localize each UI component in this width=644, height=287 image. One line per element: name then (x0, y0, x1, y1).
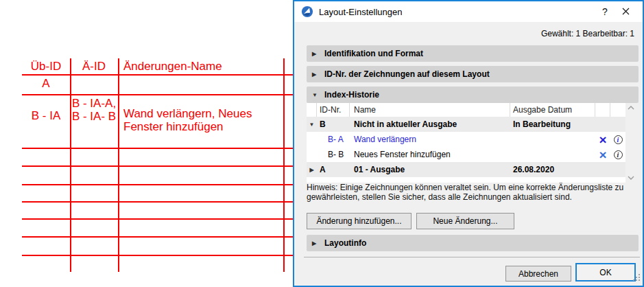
row-id: B- A (317, 135, 350, 144)
grid-line (22, 184, 293, 185)
row-name: Nicht in aktueller Ausgabe (350, 119, 510, 129)
close-icon[interactable] (615, 6, 636, 17)
resize-grip[interactable] (633, 274, 641, 284)
grid-line (22, 236, 293, 238)
grid-line (22, 201, 293, 203)
chevron-right-icon: ▶ (312, 71, 318, 78)
chevron-down-icon: ▼ (312, 92, 318, 98)
scroll-up-icon (628, 106, 634, 110)
table-row-index-a[interactable]: ▶ A 01 - Ausgabe 26.08.2020 (307, 162, 625, 177)
delete-change-icon[interactable]: × (599, 135, 606, 144)
column-header-info (610, 103, 625, 117)
panel-label: Index-Historie (324, 90, 379, 100)
index-history-table: ID-Nr. Name Ausgabe Datum ▼ B Nicht in a… (307, 103, 636, 183)
scroll-down-icon (628, 176, 634, 180)
row-id: B- B (317, 150, 350, 159)
table-header-row: ID-Nr. Name Ausgabe Datum (307, 103, 625, 117)
archicad-icon (301, 5, 313, 18)
column-header-date: Ausgabe Datum (510, 103, 595, 117)
row-name: Neues Fenster hinzufügen (350, 150, 510, 159)
grid-line (22, 255, 293, 256)
change-buttons-row: Änderung hinzufügen... Neue Änderung... (307, 213, 514, 229)
dialog-titlebar: Layout-Einstellungen ? (294, 1, 643, 22)
grid-line (22, 74, 293, 76)
panel-label: Identifikation und Format (324, 49, 423, 58)
rev-cell-b-ae-id: B - IA-A, B - IA- B (71, 97, 117, 123)
dialog-title: Layout-Einstellungen (319, 7, 402, 17)
row-id: A (317, 165, 350, 174)
info-icon[interactable]: i (614, 135, 623, 144)
expand-icon[interactable]: ▶ (309, 167, 313, 173)
expander-column-header (307, 103, 317, 117)
row-id: B (317, 119, 350, 129)
table-row-change-b-a[interactable]: B- A Wand verlängern × i (307, 132, 625, 147)
add-change-button[interactable]: Änderung hinzufügen... (307, 213, 412, 229)
new-change-button[interactable]: Neue Änderung... (416, 213, 514, 229)
ok-button[interactable]: OK (575, 263, 636, 282)
grid-line (22, 165, 293, 167)
panel-index-historie[interactable]: ▼ Index-Historie (307, 87, 639, 103)
panel-label: ID-Nr. der Zeichnungen auf diesem Layout (324, 69, 490, 79)
row-date: 26.08.2020 (510, 165, 595, 174)
collapse-icon[interactable]: ▼ (309, 122, 315, 128)
rev-cell-b-name: Wand verlängern, Neues Fenster hinzufüge… (123, 107, 269, 133)
grid-line (118, 58, 119, 272)
vertical-scrollbar[interactable] (625, 103, 636, 183)
cancel-button[interactable]: Abbrechen (505, 266, 571, 282)
chevron-right-icon: ▶ (312, 51, 318, 57)
layout-settings-dialog: Layout-Einstellungen ? Gewählt: 1 Bearbe… (293, 0, 644, 287)
rev-col-header-ueb-id: Üb-ID (22, 60, 70, 73)
grid-line (22, 94, 293, 95)
grid-line (283, 58, 285, 272)
footer-divider (304, 257, 640, 257)
panel-layoutinfo[interactable]: ▶ Layoutinfo (307, 235, 639, 251)
help-button[interactable]: ? (595, 6, 615, 17)
panel-label: Layoutinfo (324, 238, 366, 248)
grid-line (70, 58, 71, 272)
table-row-change-b-b[interactable]: B- B Neues Fenster hinzufügen × i (307, 147, 625, 162)
panel-identifikation-und-format[interactable]: ▶ Identifikation und Format (307, 45, 639, 62)
row-name: 01 - Ausgabe (350, 165, 510, 174)
chevron-right-icon: ▶ (312, 240, 318, 246)
grid-line (22, 218, 293, 220)
column-header-name: Name (350, 103, 510, 117)
row-name: Wand verlängern (350, 135, 510, 144)
column-header-id: ID-Nr. (317, 103, 350, 117)
row-status: In Bearbeitung (510, 119, 595, 129)
panel-id-nr-zeichnungen[interactable]: ▶ ID-Nr. der Zeichnungen auf diesem Layo… (307, 66, 639, 82)
selection-status: Gewählt: 1 Bearbeitbar: 1 (541, 29, 634, 38)
column-header-delete (595, 103, 610, 117)
hint-text: Hinweis: Einige Zeichnungen können veral… (307, 183, 634, 202)
rev-cell-a-ueb-id: A (22, 77, 70, 90)
delete-change-icon[interactable]: × (599, 150, 606, 159)
info-icon[interactable]: i (614, 150, 623, 159)
rev-cell-b-ueb-id: B - IA (22, 109, 70, 122)
grid-line (22, 148, 293, 149)
rev-col-header-ae-id: Ä-ID (71, 60, 117, 73)
table-row-index-b[interactable]: ▼ B Nicht in aktueller Ausgabe In Bearbe… (307, 117, 625, 132)
rev-col-header-name: Änderungen-Name (123, 60, 269, 73)
